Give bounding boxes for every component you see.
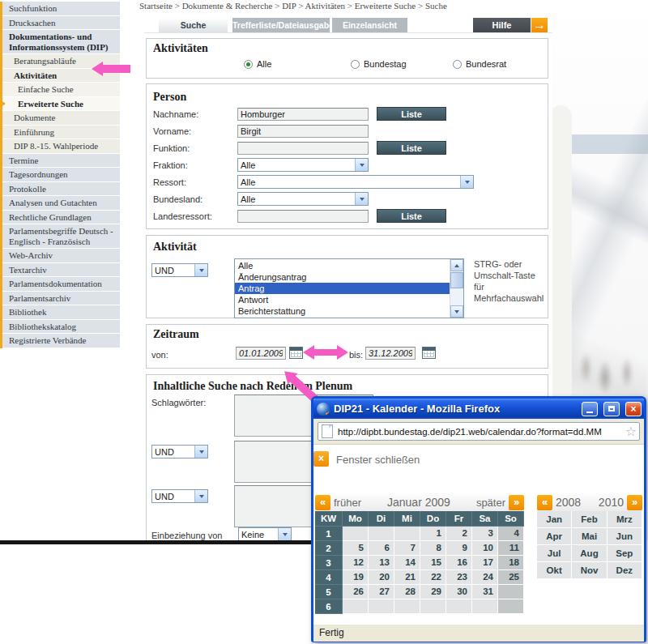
tab-trefferliste-dateiausgabe[interactable]: Trefferliste/Dateiausgabe: [232, 18, 330, 32]
calendar-icon[interactable]: [422, 347, 436, 359]
bis-date-input[interactable]: [365, 347, 416, 360]
von-date-input[interactable]: [236, 347, 286, 360]
close-window-icon[interactable]: ×: [313, 451, 329, 467]
chevron-down-icon[interactable]: [355, 193, 368, 205]
calendar-day[interactable]: 19: [343, 570, 369, 585]
month-nov[interactable]: Nov: [572, 562, 607, 579]
month-jun[interactable]: Jun: [608, 528, 642, 545]
sidebar-item-protokolle[interactable]: Protokolle: [2, 182, 120, 197]
calendar-day[interactable]: 14: [394, 556, 420, 570]
ressort-select[interactable]: Alle: [237, 175, 474, 189]
calendar-day[interactable]: 4: [498, 527, 524, 541]
sidebar-item-tagesordnungen[interactable]: Tagesordnungen: [2, 168, 120, 182]
calendar-icon[interactable]: [289, 347, 303, 359]
radio-icon[interactable]: [244, 60, 253, 69]
calendar-day[interactable]: [498, 585, 524, 599]
month-apr[interactable]: Apr: [537, 528, 572, 545]
prev-year-button[interactable]: «: [537, 495, 552, 510]
calendar-day[interactable]: 8: [420, 541, 446, 556]
calendar-day[interactable]: 21: [394, 570, 420, 585]
funktion-input[interactable]: [237, 142, 369, 155]
sidebar-item-erweiterte-suche[interactable]: Erweiterte Suche: [2, 97, 120, 112]
liste-button[interactable]: Liste: [377, 209, 446, 223]
calendar-day[interactable]: [369, 527, 394, 541]
month-okt[interactable]: Okt: [537, 562, 572, 579]
calendar-day[interactable]: 26: [343, 585, 369, 599]
close-button[interactable]: ×: [625, 402, 642, 416]
month-aug[interactable]: Aug: [572, 545, 607, 562]
year-right[interactable]: 2010: [595, 496, 627, 509]
fenster-schliessen-link[interactable]: Fenster schließen: [336, 454, 420, 466]
activity-option[interactable]: Antrag: [235, 283, 450, 294]
radio-option-bundestag[interactable]: Bundestag: [351, 59, 407, 69]
sidebar-item-parlamentsdokumentation[interactable]: Parlamentsdokumentation: [2, 277, 120, 292]
url-text[interactable]: http://dipbt.bundestag.de/dip21.web/cale…: [338, 427, 620, 437]
calendar-day[interactable]: 2: [446, 527, 472, 541]
url-field[interactable]: http://dipbt.bundestag.de/dip21.web/cale…: [318, 422, 640, 441]
sidebar-item-termine[interactable]: Termine: [2, 154, 120, 168]
einbeziehung-select[interactable]: Keine: [238, 527, 292, 541]
calendar-day[interactable]: 3: [472, 527, 498, 541]
calendar-day[interactable]: 24: [472, 570, 498, 585]
activity-option[interactable]: Berichterstattung: [235, 305, 450, 317]
chevron-down-icon[interactable]: [194, 446, 207, 458]
radio-option-alle[interactable]: Alle: [244, 59, 271, 69]
calendar-day[interactable]: [343, 527, 369, 541]
month-jan[interactable]: Jan: [537, 511, 572, 528]
calendar-day[interactable]: 12: [343, 556, 369, 570]
calendar-day[interactable]: 15: [420, 556, 446, 570]
operator-select[interactable]: UND: [151, 263, 208, 277]
radio-icon[interactable]: [351, 60, 360, 69]
minimize-button[interactable]: [582, 402, 598, 416]
sidebar-item-einfache-suche[interactable]: Einfache Suche: [2, 83, 120, 97]
calendar-day[interactable]: [394, 527, 420, 541]
window-titlebar[interactable]: DIP21 - Kalender - Mozilla Firefox ×: [313, 399, 644, 419]
calendar-day[interactable]: 20: [369, 570, 394, 585]
calendar-day[interactable]: [472, 599, 498, 614]
fraktion-select[interactable]: Alle: [237, 158, 369, 172]
month-sep[interactable]: Sep: [608, 545, 642, 562]
calendar-day[interactable]: [498, 599, 524, 614]
next-year-button[interactable]: »: [627, 495, 642, 510]
chevron-down-icon[interactable]: [355, 159, 368, 171]
scroll-down-icon[interactable]: [450, 305, 463, 318]
sidebar-item-drucksachen[interactable]: Drucksachen: [2, 16, 120, 31]
month-dez[interactable]: Dez: [608, 562, 642, 579]
hilfe-button[interactable]: Hilfe: [473, 18, 531, 32]
activity-multiselect[interactable]: AlleÄnderungsantragAntragAntwortBerichte…: [234, 258, 464, 318]
calendar-day[interactable]: 17: [472, 556, 498, 570]
chevron-down-icon[interactable]: [194, 490, 207, 502]
operator-select-1[interactable]: UND: [151, 445, 208, 458]
maximize-button[interactable]: [603, 402, 620, 416]
hilfe-arrow-icon[interactable]: →: [531, 18, 548, 32]
calendar-day[interactable]: 28: [394, 585, 420, 599]
calendar-day[interactable]: 10: [472, 541, 498, 556]
calendar-day[interactable]: [369, 599, 394, 614]
calendar-day[interactable]: 5: [343, 541, 369, 556]
liste-button[interactable]: Liste: [377, 107, 446, 121]
sidebar-item-dokumente[interactable]: Dokumente: [2, 111, 120, 126]
calendar-day[interactable]: [394, 599, 420, 614]
calendar-day[interactable]: 7: [394, 541, 420, 556]
bundesland-select[interactable]: Alle: [237, 192, 369, 206]
activity-option[interactable]: Änderungsantrag: [235, 271, 450, 283]
calendar-day[interactable]: 16: [446, 556, 472, 570]
chevron-down-icon[interactable]: [460, 176, 473, 188]
sidebar-item-analysen-und-gutachten[interactable]: Analysen und Gutachten: [2, 196, 120, 211]
year-left[interactable]: 2008: [552, 496, 584, 509]
sidebar-item-dokumentations-und-informationss[interactable]: Dokumentations- und Informationssystem (…: [2, 30, 120, 54]
calendar-day[interactable]: 27: [369, 585, 394, 599]
bookmark-star-icon[interactable]: ☆: [625, 425, 637, 438]
tab-einzelansicht[interactable]: Einzelansicht: [332, 18, 407, 32]
scrollbar[interactable]: [450, 259, 463, 318]
next-month-label[interactable]: später: [473, 497, 509, 509]
sidebar-item-web-archiv[interactable]: Web-Archiv: [2, 249, 120, 263]
calendar-day[interactable]: 31: [472, 585, 498, 599]
activity-option[interactable]: Alle: [235, 260, 450, 271]
calendar-day[interactable]: 29: [420, 585, 446, 599]
calendar-day[interactable]: 1: [420, 527, 446, 541]
month-jul[interactable]: Jul: [537, 545, 572, 562]
sidebar-item-einf-hrung[interactable]: Einführung: [2, 126, 120, 140]
calendar-day[interactable]: 9: [446, 541, 472, 556]
tab-suche[interactable]: Suche: [159, 18, 228, 32]
